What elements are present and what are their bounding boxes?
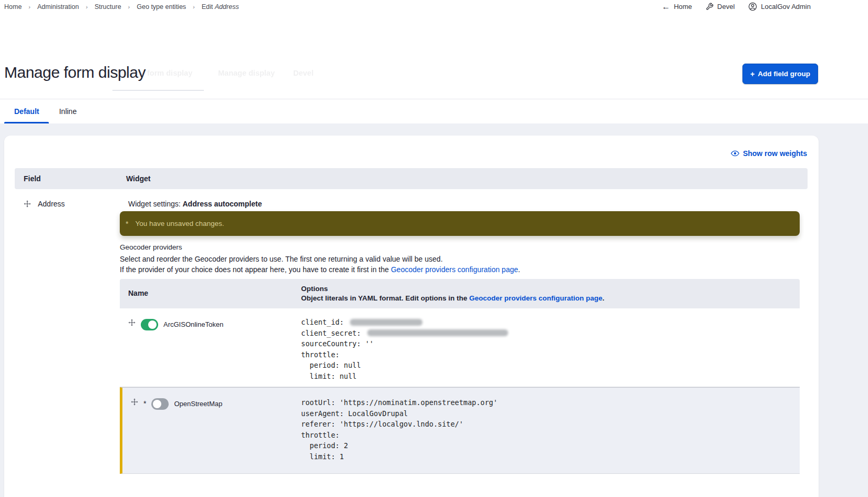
tab-inline[interactable]: Inline (49, 99, 86, 123)
unsaved-changes-warning: * You have unsaved changes. (120, 211, 800, 236)
options-header-subtitle: Object literals in YAML format. Edit opt… (301, 294, 604, 303)
widget-settings-value: Address autocomplete (183, 200, 262, 208)
breadcrumb: Home › Administration › Structure › Geo … (4, 3, 239, 11)
options-header-title: Options (301, 284, 604, 294)
geocoder-description-2: If the provider of your choice does not … (120, 265, 800, 276)
show-row-weights-link[interactable]: Show row weights (731, 149, 807, 158)
provider-row-arcgis: ArcGISOnlineToken client_id: client_secr… (120, 308, 800, 387)
breadcrumb-administration[interactable]: Administration (37, 3, 79, 11)
page-header-area: Home › Administration › Structure › Geo … (0, 0, 868, 123)
column-header-field: Field (15, 174, 126, 183)
wrench-icon (706, 3, 714, 11)
add-field-group-label: Add field group (758, 70, 810, 78)
breadcrumb-current-entity: Address (215, 3, 239, 11)
field-row-address: Address (24, 200, 65, 208)
breadcrumb-geo-type-entities[interactable]: Geo type entities (137, 3, 186, 11)
page-title: Manage form display (4, 64, 146, 81)
geocoder-providers-table: Name Options Object literals in YAML for… (120, 279, 800, 474)
yaml-line: period: null (301, 360, 508, 371)
yaml-line: rootUrl: 'https://nominatim.openstreetma… (301, 397, 498, 408)
drag-handle-icon[interactable] (128, 319, 136, 326)
providers-table-header: Name Options Object literals in YAML for… (120, 279, 800, 308)
options-sub-suffix: . (603, 294, 605, 302)
yaml-text: throttle: (301, 350, 339, 359)
column-header-options: Options Object literals in YAML format. … (301, 279, 604, 308)
breadcrumb-separator: › (28, 4, 30, 10)
provider-name: OpenStreetMap (174, 398, 222, 408)
yaml-line: referer: 'https://localgov.lndo.site/' (301, 419, 498, 430)
provider-name-cell: * OpenStreetMap (122, 388, 301, 473)
provider-name: ArcGISOnlineToken (163, 319, 223, 328)
yaml-text: period: 2 (301, 441, 348, 450)
yaml-text: limit: 1 (301, 452, 344, 461)
yaml-text: limit: null (301, 372, 357, 380)
form-mode-tabs: Default Inline (0, 99, 868, 123)
fields-table-header: Field Widget (15, 168, 808, 189)
toolbar-home-label: Home (674, 3, 692, 11)
breadcrumb-current-page: Edit Address (202, 3, 239, 11)
redacted-client-secret (367, 329, 508, 336)
toolbar-devel-label: Devel (717, 3, 735, 11)
toggle-knob (153, 400, 161, 408)
options-sub-prefix: Object literals in YAML format. Edit opt… (301, 294, 469, 302)
yaml-line: throttle: (301, 349, 508, 360)
toolbar-devel-link[interactable]: Devel (706, 3, 735, 11)
provider-enabled-toggle[interactable] (151, 398, 169, 410)
changed-marker: * (143, 398, 146, 408)
yaml-line: throttle: (301, 430, 498, 441)
tab-devel[interactable]: Devel (293, 69, 314, 77)
breadcrumb-structure[interactable]: Structure (95, 3, 121, 11)
tab-manage-display[interactable]: Manage display (218, 69, 275, 77)
warning-asterisk: * (126, 220, 128, 228)
drag-handle-icon[interactable] (24, 200, 31, 208)
yaml-line: limit: null (301, 371, 508, 382)
plus-icon: + (750, 70, 755, 78)
toolbar-user-label: LocalGov Admin (761, 3, 811, 11)
breadcrumb-separator: › (193, 4, 195, 10)
admin-toolbar-links: ← Home Devel LocalGov Admin (662, 2, 811, 11)
show-row-weights-label: Show row weights (743, 149, 807, 158)
drag-handle-icon[interactable] (131, 398, 138, 406)
yaml-text: client_id: (301, 318, 348, 326)
field-label-address: Address (38, 200, 65, 208)
widget-settings-line: Widget settings: Address autocomplete (128, 200, 800, 210)
form-display-card: Show row weights Field Widget Address Wi… (4, 136, 819, 497)
breadcrumb-separator: › (128, 4, 130, 10)
yaml-line: userAgent: LocalGovDrupal (301, 408, 498, 419)
column-header-name: Name (120, 279, 301, 308)
breadcrumb-current-prefix: Edit (202, 3, 215, 11)
yaml-text: rootUrl: 'https://nominatim.openstreetma… (301, 398, 498, 407)
toolbar-back-home-link[interactable]: ← Home (662, 3, 692, 11)
column-header-widget: Widget (126, 174, 151, 183)
yaml-line: client_id: (301, 317, 508, 328)
yaml-text: referer: 'https://localgov.lndo.site/' (301, 420, 463, 428)
widget-settings-prefix: Widget settings: (128, 200, 183, 208)
toggle-knob (148, 320, 157, 329)
eye-icon (731, 149, 739, 158)
active-tab-underline (112, 90, 204, 91)
toolbar-user-menu[interactable]: LocalGov Admin (748, 2, 811, 11)
breadcrumb-home[interactable]: Home (4, 3, 22, 11)
tab-default[interactable]: Default (4, 99, 49, 123)
provider-enabled-toggle[interactable] (141, 319, 158, 330)
breadcrumb-separator: › (86, 4, 88, 10)
yaml-line: client_secret: (301, 328, 508, 339)
yaml-text: sourceCountry: '' (301, 339, 374, 348)
provider-options-yaml: rootUrl: 'https://nominatim.openstreetma… (301, 388, 498, 473)
yaml-text: client_secret: (301, 329, 365, 337)
back-arrow-icon: ← (662, 3, 670, 11)
geocoder-config-page-link[interactable]: Geocoder providers configuration page (391, 265, 518, 274)
options-config-page-link[interactable]: Geocoder providers configuration page (469, 294, 603, 302)
geocoder-providers-label: Geocoder providers (120, 243, 800, 253)
yaml-line: period: 2 (301, 440, 498, 451)
geocoder-desc2-suffix: . (518, 265, 520, 274)
yaml-line: sourceCountry: '' (301, 338, 508, 349)
provider-options-yaml: client_id: client_secret: sourceCountry:… (301, 308, 508, 387)
yaml-line: limit: 1 (301, 451, 498, 462)
provider-name-cell: ArcGISOnlineToken (120, 308, 301, 387)
redacted-client-id (350, 319, 422, 326)
add-field-group-button[interactable]: + Add field group (742, 64, 818, 84)
warning-text: You have unsaved changes. (135, 220, 224, 227)
yaml-text: throttle: (301, 431, 339, 439)
geocoder-desc2-prefix: If the provider of your choice does not … (120, 265, 391, 274)
